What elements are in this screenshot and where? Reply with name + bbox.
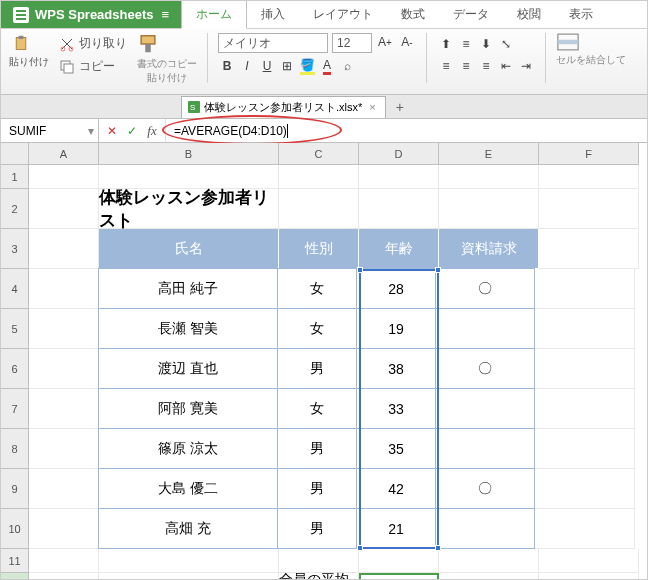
format-painter-group[interactable]: 書式のコピー 貼り付け (137, 33, 197, 92)
cell-age[interactable]: 33 (356, 388, 436, 429)
cell[interactable] (539, 189, 639, 229)
cell-name[interactable]: 高田 純子 (98, 268, 278, 309)
cell[interactable] (29, 229, 99, 269)
cell[interactable] (29, 349, 99, 389)
cell[interactable] (439, 549, 539, 573)
app-menu-icon[interactable]: ≡ (162, 7, 170, 22)
italic-button[interactable]: I (238, 57, 256, 75)
cell[interactable] (29, 165, 99, 189)
cell-name[interactable]: 高畑 充 (98, 508, 278, 549)
cell[interactable] (29, 509, 99, 549)
cell[interactable] (539, 549, 639, 573)
cell[interactable] (29, 189, 99, 229)
document-tab[interactable]: S 体験レッスン参加者リスト.xlsx* × (181, 96, 386, 118)
title-cell[interactable]: 体験レッスン参加者リスト (99, 189, 279, 229)
cell[interactable] (535, 429, 635, 469)
cell[interactable] (535, 509, 635, 549)
cell-gender[interactable]: 男 (277, 468, 357, 509)
fill-color-button[interactable]: 🪣 (298, 57, 316, 75)
cell[interactable] (359, 549, 439, 573)
cell-name[interactable]: 渡辺 直也 (98, 348, 278, 389)
cut-button[interactable]: 切り取り (55, 33, 131, 54)
header-cell[interactable]: 年齢 (359, 229, 439, 269)
cell[interactable] (535, 389, 635, 429)
orientation-icon[interactable]: ⤡ (497, 35, 515, 53)
row-header[interactable]: 4 (1, 269, 29, 309)
cell-gender[interactable]: 女 (277, 308, 357, 349)
cell[interactable] (359, 189, 439, 229)
row-header[interactable]: 9 (1, 469, 29, 509)
cell[interactable] (439, 165, 539, 189)
cell-age[interactable]: 35 (356, 428, 436, 469)
cell-age[interactable]: 19 (356, 308, 436, 349)
increase-font-icon[interactable]: A+ (376, 33, 394, 51)
decrease-font-icon[interactable]: A- (398, 33, 416, 51)
row-header[interactable]: 1 (1, 165, 29, 189)
cell-req[interactable]: 〇 (435, 268, 535, 309)
cell[interactable] (535, 269, 635, 309)
tab-view[interactable]: 表示 (555, 0, 607, 28)
cell[interactable] (29, 269, 99, 309)
font-select[interactable]: メイリオ (218, 33, 328, 53)
header-cell[interactable]: 性別 (279, 229, 359, 269)
cell-name[interactable]: 阿部 寛美 (98, 388, 278, 429)
align-center-icon[interactable]: ≡ (457, 57, 475, 75)
avg-label-cell[interactable]: 全員の平均年齢： (279, 573, 359, 579)
row-header[interactable]: 2 (1, 189, 29, 229)
cell[interactable] (29, 389, 99, 429)
cell[interactable] (535, 309, 635, 349)
header-cell[interactable]: 氏名 (99, 229, 279, 269)
cell-req[interactable] (435, 308, 535, 349)
cell-gender[interactable]: 男 (277, 348, 357, 389)
cell-age[interactable]: 38 (356, 348, 436, 389)
underline-button[interactable]: U (258, 57, 276, 75)
cell-name[interactable]: 長瀬 智美 (98, 308, 278, 349)
cell-age[interactable]: 28 (356, 268, 436, 309)
align-right-icon[interactable]: ≡ (477, 57, 495, 75)
align-middle-icon[interactable]: ≡ (457, 35, 475, 53)
tab-layout[interactable]: レイアウト (299, 0, 387, 28)
align-top-icon[interactable]: ⬆ (437, 35, 455, 53)
bold-button[interactable]: B (218, 57, 236, 75)
name-box[interactable]: SUMIF ▾ (1, 119, 99, 142)
cell[interactable] (29, 309, 99, 349)
cell[interactable] (279, 165, 359, 189)
cell[interactable] (29, 573, 99, 579)
cell-age[interactable]: 21 (356, 508, 436, 549)
cell-req[interactable]: 〇 (435, 468, 535, 509)
row-header-active[interactable]: 12 (1, 573, 29, 580)
col-header[interactable]: A (29, 143, 99, 165)
cell[interactable] (539, 229, 639, 269)
copy-button[interactable]: コピー (55, 56, 131, 77)
font-color-button[interactable]: A (318, 57, 336, 75)
cell[interactable] (359, 165, 439, 189)
row-header[interactable]: 10 (1, 509, 29, 549)
col-header[interactable]: E (439, 143, 539, 165)
tab-insert[interactable]: 挿入 (247, 0, 299, 28)
add-tab-button[interactable]: + (390, 99, 410, 115)
grid[interactable]: A B C D E F 体験レッスン参加者リスト 氏名 性別 (29, 143, 647, 579)
cell-gender[interactable]: 男 (277, 428, 357, 469)
cell-req[interactable] (435, 428, 535, 469)
indent-right-icon[interactable]: ⇥ (517, 57, 535, 75)
cancel-formula-icon[interactable]: ✕ (103, 122, 121, 140)
cell[interactable] (99, 573, 279, 579)
cell-name[interactable]: 篠原 涼太 (98, 428, 278, 469)
row-header[interactable]: 6 (1, 349, 29, 389)
cell[interactable] (539, 573, 639, 579)
align-left-icon[interactable]: ≡ (437, 57, 455, 75)
cell-name[interactable]: 大島 優二 (98, 468, 278, 509)
cell-gender[interactable]: 女 (277, 388, 357, 429)
cell-gender[interactable]: 男 (277, 508, 357, 549)
row-header[interactable]: 8 (1, 429, 29, 469)
phonetic-button[interactable]: ⌕ (338, 57, 356, 75)
row-header[interactable]: 3 (1, 229, 29, 269)
cell[interactable] (279, 549, 359, 573)
cell[interactable] (99, 549, 279, 573)
tab-data[interactable]: データ (439, 0, 503, 28)
cell[interactable] (439, 573, 539, 579)
col-header[interactable]: F (539, 143, 639, 165)
tab-home[interactable]: ホーム (181, 0, 247, 29)
row-header[interactable]: 5 (1, 309, 29, 349)
border-button[interactable]: ⊞ (278, 57, 296, 75)
